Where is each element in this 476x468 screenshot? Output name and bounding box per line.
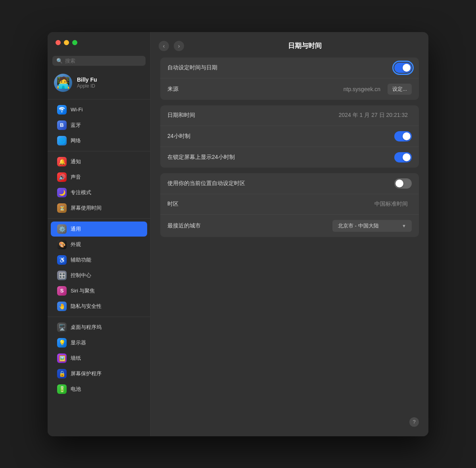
24hr-toggle[interactable] [394,131,412,141]
timezone-row: 时区 中国标准时间 [160,194,419,215]
toggle-thumb-timezone [395,180,403,187]
sidebar-item-screensaver[interactable]: 🔒 屏幕保护程序 [51,366,147,381]
search-input[interactable] [65,58,142,64]
forward-button[interactable]: › [174,41,184,51]
sidebar-label-battery: 电池 [71,386,81,393]
sidebar-section-network: Wi-Fi B 蓝牙 🌐 网络 [48,101,150,149]
sidebar-label-wallpaper: 墙纸 [71,355,81,362]
source-value: ntp.sysgeek.cn [344,86,380,92]
sidebar-label-appearance: 外观 [71,241,81,248]
screensaver-icon: 🔒 [57,369,67,378]
sidebar-section-system: 🔔 通知 🔊 声音 🌙 专注模式 ⏳ 屏幕使用时间 [48,153,150,217]
general-icon: ⚙️ [57,224,67,234]
appearance-icon: 🎨 [57,240,67,249]
page-title: 日期与时间 [189,41,420,50]
sidebar-section-display: 🖥️ 桌面与程序坞 💡 显示器 🖼️ 墙纸 🔒 屏幕保护程 [48,319,150,398]
sidebar-divider-4 [48,317,150,317]
24hr-row: 24小时制 [160,126,419,147]
user-subtitle: Apple ID [77,83,97,89]
sidebar-item-wifi[interactable]: Wi-Fi [51,102,147,117]
avatar-emoji: 🧑‍💻 [56,77,70,88]
user-name: Billy Fu [77,76,97,83]
set-button[interactable]: 设定... [388,84,412,95]
sidebar-item-battery[interactable]: 🔋 电池 [51,382,147,397]
date-time-value: 2024 年 1 月 27 日 20:21:32 [339,112,408,119]
sidebar-label-screensaver: 屏幕保护程序 [71,370,102,377]
sidebar-item-bluetooth[interactable]: B 蓝牙 [51,118,147,133]
sidebar-divider-1 [48,99,150,99]
sidebar-divider-2 [48,151,150,151]
bluetooth-icon: B [57,120,67,130]
battery-icon: 🔋 [57,384,67,394]
toggle-thumb-lockscreen [403,153,411,161]
wifi-icon [57,105,67,115]
sidebar-item-sound[interactable]: 🔊 声音 [51,170,147,185]
network-icon: 🌐 [57,136,67,145]
chevron-down-icon: ▼ [402,223,406,228]
fullscreen-button[interactable] [72,40,77,45]
lockscreen-24hr-label: 在锁定屏幕上显示24小时制 [167,154,394,161]
search-icon: 🔍 [56,58,63,64]
sidebar-item-siri[interactable]: S Siri 与聚焦 [51,283,147,298]
settings-area: 自动设定时间与日期 来源 ntp.sysgeek.cn 设定... 日期和时间 … [151,57,428,436]
sidebar-item-general[interactable]: ⚙️ 通用 [51,222,147,237]
sidebar-label-screen-time: 屏幕使用时间 [71,204,102,212]
user-profile[interactable]: 🧑‍💻 Billy Fu Apple ID [48,71,150,97]
sidebar-label-desktop: 桌面与程序坞 [71,324,102,331]
sidebar-item-wallpaper[interactable]: 🖼️ 墙纸 [51,351,147,366]
sidebar-item-accessibility[interactable]: ♿ 辅助功能 [51,252,147,267]
help-button[interactable]: ? [409,417,419,427]
sidebar-label-general: 通用 [71,225,81,233]
sidebar-item-display[interactable]: 💡 显示器 [51,335,147,350]
desktop-icon: 🖥️ [57,323,67,332]
focus-icon: 🌙 [57,188,67,197]
close-button[interactable] [56,40,61,45]
toggle-thumb [403,64,411,72]
nearest-city-dropdown[interactable]: 北京市 - 中国大陆 ▼ [332,220,412,232]
accessibility-icon: ♿ [57,255,67,265]
sidebar-item-appearance[interactable]: 🎨 外观 [51,237,147,252]
sidebar-label-privacy: 隐私与安全性 [71,303,102,310]
toolbar: ‹ › 日期与时间 [151,38,428,57]
sound-icon: 🔊 [57,172,67,182]
traffic-lights [56,40,77,45]
sidebar-label-bluetooth: 蓝牙 [71,122,81,129]
sidebar-item-notify[interactable]: 🔔 通知 [51,154,147,169]
sidebar-item-desktop[interactable]: 🖥️ 桌面与程序坞 [51,320,147,335]
auto-set-time-label: 自动设定时间与日期 [167,64,394,71]
date-time-row: 日期和时间 2024 年 1 月 27 日 20:21:32 [160,105,419,126]
timezone-value: 中国标准时间 [374,201,408,208]
dropdown-value: 北京市 - 中国大陆 [338,222,379,229]
sidebar-label-siri: Siri 与聚焦 [71,287,95,294]
notify-icon: 🔔 [57,157,67,166]
sidebar-label-sound: 声音 [71,174,81,181]
sidebar-item-privacy[interactable]: 🤚 隐私与安全性 [51,299,147,314]
auto-time-group: 自动设定时间与日期 来源 ntp.sysgeek.cn 设定... [160,57,419,100]
back-button[interactable]: ‹ [159,41,169,51]
sidebar-item-screen-time[interactable]: ⏳ 屏幕使用时间 [51,201,147,216]
sidebar-item-network[interactable]: 🌐 网络 [51,133,147,148]
search-box[interactable]: 🔍 [52,56,146,66]
nearest-city-row: 最接近的城市 北京市 - 中国大陆 ▼ [160,215,419,237]
display-icon: 💡 [57,338,67,348]
privacy-icon: 🤚 [57,302,67,311]
source-label: 来源 [167,86,344,93]
sidebar-item-focus[interactable]: 🌙 专注模式 [51,185,147,200]
auto-set-time-toggle[interactable] [394,63,412,73]
24hr-label: 24小时制 [167,133,394,140]
sidebar: 🔍 🧑‍💻 Billy Fu Apple ID Wi-Fi [48,32,151,436]
wallpaper-icon: 🖼️ [57,353,67,363]
main-window: 🔍 🧑‍💻 Billy Fu Apple ID Wi-Fi [48,32,428,436]
sidebar-label-network: 网络 [71,137,81,144]
sidebar-divider-3 [48,218,150,219]
control-icon: 🎛️ [57,271,67,280]
auto-timezone-toggle[interactable] [394,178,412,189]
lockscreen-24hr-toggle[interactable] [394,152,412,162]
main-content: ‹ › 日期与时间 自动设定时间与日期 来源 ntp.sysgeek.cn 设定… [151,32,428,436]
auto-timezone-row: 使用你的当前位置自动设定时区 [160,173,419,194]
auto-timezone-label: 使用你的当前位置自动设定时区 [167,180,394,187]
sidebar-label-wifi: Wi-Fi [71,107,83,113]
minimize-button[interactable] [64,40,69,45]
source-row: 来源 ntp.sysgeek.cn 设定... [160,78,419,100]
sidebar-item-control[interactable]: 🎛️ 控制中心 [51,268,147,283]
